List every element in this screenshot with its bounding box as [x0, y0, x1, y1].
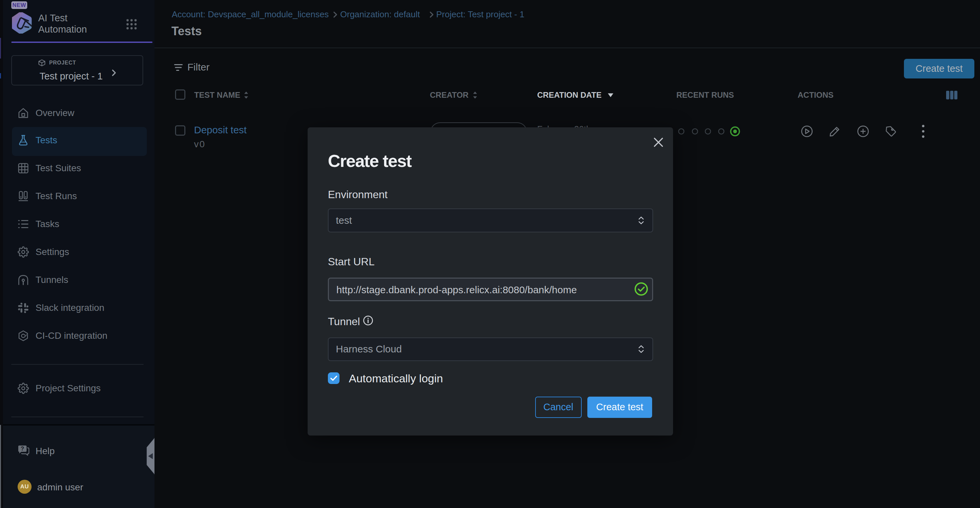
- svg-text:?: ?: [21, 446, 24, 452]
